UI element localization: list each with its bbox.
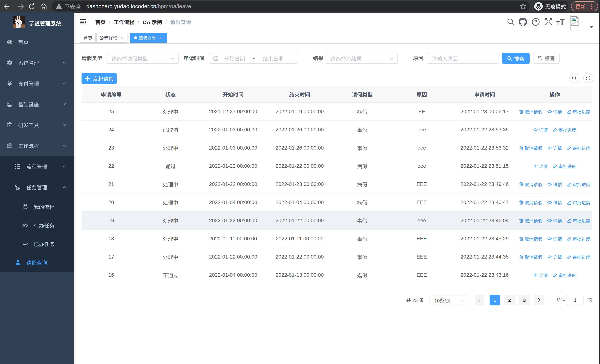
svg-text:?: ? (534, 19, 537, 24)
